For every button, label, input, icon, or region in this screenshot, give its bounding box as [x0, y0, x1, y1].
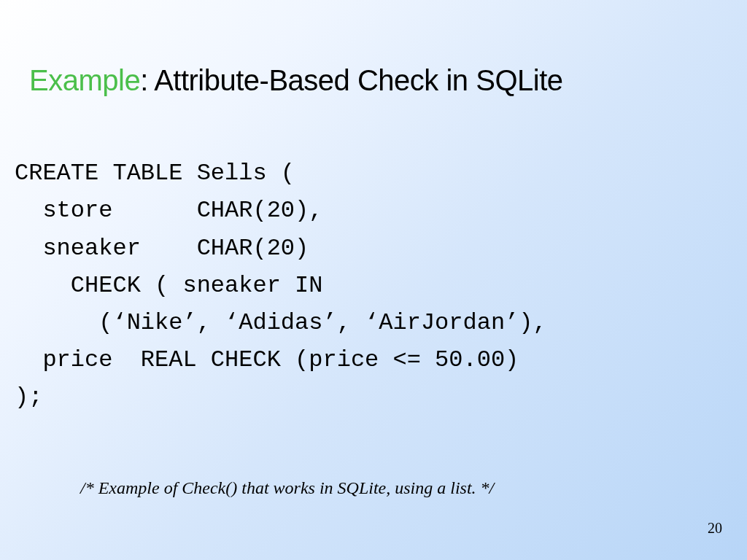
footnote: /* Example of Check() that works in SQLi… [80, 478, 494, 498]
code-line: CREATE TABLE Sells ( [15, 160, 295, 187]
page-number: 20 [708, 520, 722, 537]
code-line: CHECK ( sneaker IN [15, 272, 322, 299]
code-line: price REAL CHECK (price <= 50.00) [15, 346, 519, 373]
title-accent: Example [29, 64, 140, 96]
slide: Example: Attribute-Based Check in SQLite… [0, 0, 747, 560]
code-line: sneaker CHAR(20) [15, 235, 309, 262]
code-line: (‘Nike’, ‘Adidas’, ‘AirJordan’), [15, 309, 547, 336]
code-line: ); [15, 384, 42, 411]
code-block: CREATE TABLE Sells ( store CHAR(20), sne… [15, 117, 718, 416]
title-rest: : Attribute-Based Check in SQLite [140, 64, 562, 96]
code-line: store CHAR(20), [15, 197, 322, 224]
slide-title: Example: Attribute-Based Check in SQLite [29, 64, 718, 97]
